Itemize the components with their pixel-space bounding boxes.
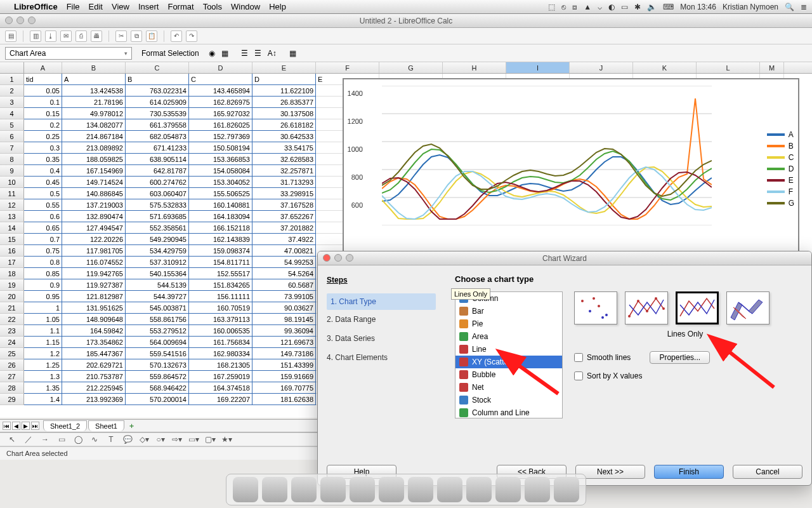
cell[interactable]: 1.1 xyxy=(24,325,62,337)
cell[interactable]: 150.508194 xyxy=(189,142,252,154)
cell[interactable]: 188.059825 xyxy=(62,154,126,165)
row-header[interactable]: 19 xyxy=(0,279,24,291)
cell[interactable]: 117.981705 xyxy=(62,245,126,257)
cell[interactable]: 0.2 xyxy=(24,119,62,131)
sort-by-x-checkbox[interactable]: Sort by X values xyxy=(574,371,642,380)
cell[interactable]: 164.374518 xyxy=(189,382,252,394)
cell[interactable]: 132.890474 xyxy=(62,211,126,222)
cell[interactable]: 26.618182 xyxy=(252,119,316,131)
text-icon[interactable]: T xyxy=(105,434,117,444)
cell[interactable]: 54.5264 xyxy=(252,268,316,279)
row-header[interactable]: 14 xyxy=(0,222,24,234)
cell[interactable]: 119.942765 xyxy=(62,268,126,279)
cell[interactable]: 213.089892 xyxy=(62,142,126,154)
email-icon[interactable]: ✉ xyxy=(60,30,72,42)
row-header[interactable]: 25 xyxy=(0,348,24,359)
cell[interactable]: 614.025909 xyxy=(126,97,189,108)
grid-h-icon[interactable]: ☰ xyxy=(254,49,261,58)
select-all-corner[interactable] xyxy=(0,62,24,73)
cell[interactable]: 167.259019 xyxy=(189,371,252,382)
print-icon[interactable]: 🖶 xyxy=(91,30,102,42)
cell[interactable]: 33.298915 xyxy=(252,188,316,199)
cell[interactable]: 167.154969 xyxy=(62,165,126,177)
cell[interactable]: 1.2 xyxy=(24,348,62,359)
minimize-window-icon[interactable] xyxy=(16,17,24,24)
cell[interactable]: 152.55517 xyxy=(189,268,252,279)
chart-data-icon[interactable]: ▦ xyxy=(221,49,228,58)
column-header[interactable]: M xyxy=(760,62,784,73)
cell[interactable]: 37.167528 xyxy=(252,199,316,211)
undo-icon[interactable]: ↶ xyxy=(171,30,182,42)
cell[interactable]: 568.946422 xyxy=(126,382,189,394)
dock-app-icon[interactable] xyxy=(262,477,287,502)
cell[interactable]: 159.098374 xyxy=(189,245,252,257)
row-header[interactable]: 26 xyxy=(0,359,24,371)
column-header[interactable]: K xyxy=(633,62,697,73)
cell[interactable]: 30.137508 xyxy=(252,108,316,119)
notification-center-icon[interactable]: ≣ xyxy=(801,3,807,11)
cell[interactable]: 1.05 xyxy=(24,314,62,325)
block-arrows-icon[interactable]: ⇨▾ xyxy=(171,434,183,444)
drive-icon[interactable]: ▲ xyxy=(584,3,591,11)
smooth-lines-checkbox[interactable]: Smooth lines xyxy=(574,353,631,362)
basic-shapes-icon[interactable]: ◇▾ xyxy=(138,434,150,444)
row-header[interactable]: 23 xyxy=(0,325,24,337)
dropbox-icon[interactable]: ⧈ xyxy=(572,3,577,11)
dock-app-icon[interactable] xyxy=(408,477,433,502)
row-header[interactable]: 8 xyxy=(0,154,24,165)
cell[interactable]: 763.022314 xyxy=(126,85,189,97)
cell[interactable]: 13.424538 xyxy=(62,85,126,97)
cell[interactable]: 131.951625 xyxy=(62,302,126,314)
chart-type-item[interactable]: Stock xyxy=(455,394,562,406)
cell[interactable]: 210.753787 xyxy=(62,371,126,382)
row-header[interactable]: 15 xyxy=(0,234,24,245)
row-header[interactable]: 4 xyxy=(0,108,24,119)
cell[interactable]: tid xyxy=(24,74,62,85)
cell[interactable]: 32.257871 xyxy=(252,165,316,177)
cell[interactable]: 0.1 xyxy=(24,97,62,108)
cell[interactable]: 0.4 xyxy=(24,165,62,177)
cell[interactable]: 544.39727 xyxy=(126,291,189,302)
subtype-points-only[interactable] xyxy=(574,291,617,324)
cell[interactable]: 549.290945 xyxy=(126,234,189,245)
cell[interactable]: 134.082077 xyxy=(62,119,126,131)
row-header[interactable]: 20 xyxy=(0,291,24,302)
cell[interactable]: 730.535539 xyxy=(126,108,189,119)
symbol-shapes-icon[interactable]: ○▾ xyxy=(155,434,166,444)
column-header[interactable]: C xyxy=(126,62,189,73)
cell[interactable]: 159.91669 xyxy=(252,371,316,382)
chart-type-item[interactable]: Column and Line xyxy=(455,406,562,418)
row-header[interactable]: 10 xyxy=(0,177,24,188)
dock-app-icon[interactable] xyxy=(379,477,404,502)
line-icon[interactable]: ／ xyxy=(23,434,34,444)
freeform-icon[interactable]: ∿ xyxy=(89,434,100,444)
column-header[interactable]: G xyxy=(379,62,443,73)
cell[interactable]: 165.927032 xyxy=(189,108,252,119)
cell[interactable]: 119.927387 xyxy=(62,279,126,291)
cell[interactable]: 202.629721 xyxy=(62,359,126,371)
column-header[interactable]: E xyxy=(252,62,316,73)
cell[interactable]: 185.447367 xyxy=(62,348,126,359)
subtype-3d-lines[interactable] xyxy=(726,291,769,324)
cell[interactable]: 99.36094 xyxy=(252,325,316,337)
column-header[interactable]: J xyxy=(570,62,633,73)
wizard-step[interactable]: 3. Data Series xyxy=(327,329,436,348)
row-header[interactable]: 29 xyxy=(0,394,24,405)
row-header[interactable]: 28 xyxy=(0,382,24,394)
menu-view[interactable]: View xyxy=(112,2,129,11)
sheet-tab[interactable]: Sheet1 xyxy=(88,420,124,431)
sheet-nav-first-icon[interactable]: ⏮ xyxy=(3,422,11,430)
time-machine-icon[interactable]: ◐ xyxy=(608,3,615,11)
cell[interactable]: 544.5139 xyxy=(126,279,189,291)
menu-tools[interactable]: Tools xyxy=(203,2,222,11)
menu-edit[interactable]: Edit xyxy=(89,2,103,11)
cell[interactable]: 37.201882 xyxy=(252,222,316,234)
cell[interactable]: 54.99253 xyxy=(252,257,316,268)
cell[interactable]: 0.5 xyxy=(24,188,62,199)
close-window-icon[interactable] xyxy=(5,17,13,24)
menu-insert[interactable]: Insert xyxy=(138,2,159,11)
dock-app-icon[interactable] xyxy=(350,477,375,502)
cell[interactable]: 0.15 xyxy=(24,108,62,119)
cell[interactable]: 570.200014 xyxy=(126,394,189,405)
cell[interactable]: 26.835377 xyxy=(252,97,316,108)
